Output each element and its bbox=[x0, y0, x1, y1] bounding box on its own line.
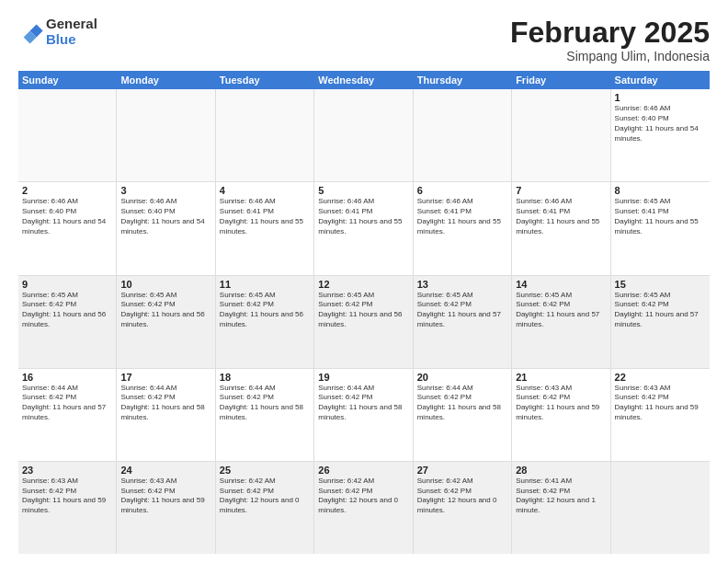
day-info: Sunrise: 6:44 AM Sunset: 6:42 PM Dayligh… bbox=[220, 384, 310, 423]
title-block: February 2025 Simpang Ulim, Indonesia bbox=[510, 17, 710, 63]
day-info: Sunrise: 6:46 AM Sunset: 6:41 PM Dayligh… bbox=[220, 197, 310, 236]
calendar-cell: 2Sunrise: 6:46 AM Sunset: 6:40 PM Daylig… bbox=[18, 182, 117, 274]
day-number: 11 bbox=[220, 279, 310, 290]
day-number: 4 bbox=[220, 185, 310, 196]
day-number: 12 bbox=[318, 279, 408, 290]
calendar-cell bbox=[512, 89, 610, 181]
day-info: Sunrise: 6:44 AM Sunset: 6:42 PM Dayligh… bbox=[318, 384, 408, 423]
day-info: Sunrise: 6:46 AM Sunset: 6:41 PM Dayligh… bbox=[516, 197, 606, 236]
day-info: Sunrise: 6:45 AM Sunset: 6:41 PM Dayligh… bbox=[615, 197, 706, 236]
day-number: 13 bbox=[417, 279, 507, 290]
day-info: Sunrise: 6:45 AM Sunset: 6:42 PM Dayligh… bbox=[120, 291, 210, 330]
calendar-row-5: 23Sunrise: 6:43 AM Sunset: 6:42 PM Dayli… bbox=[18, 462, 710, 554]
header-day-thursday: Thursday bbox=[414, 71, 512, 89]
day-info: Sunrise: 6:45 AM Sunset: 6:42 PM Dayligh… bbox=[516, 291, 606, 330]
calendar-cell: 3Sunrise: 6:46 AM Sunset: 6:40 PM Daylig… bbox=[117, 182, 215, 274]
day-number: 27 bbox=[417, 465, 507, 476]
calendar-row-2: 2Sunrise: 6:46 AM Sunset: 6:40 PM Daylig… bbox=[18, 182, 710, 275]
calendar-cell bbox=[314, 89, 413, 181]
calendar-cell: 26Sunrise: 6:42 AM Sunset: 6:42 PM Dayli… bbox=[314, 462, 413, 554]
main-title: February 2025 bbox=[510, 17, 710, 49]
calendar-row-1: 1Sunrise: 6:46 AM Sunset: 6:40 PM Daylig… bbox=[18, 89, 710, 182]
calendar-cell: 12Sunrise: 6:45 AM Sunset: 6:42 PM Dayli… bbox=[314, 276, 413, 368]
calendar-cell: 23Sunrise: 6:43 AM Sunset: 6:42 PM Dayli… bbox=[18, 462, 117, 554]
calendar-cell: 14Sunrise: 6:45 AM Sunset: 6:42 PM Dayli… bbox=[512, 276, 610, 368]
calendar-cell: 7Sunrise: 6:46 AM Sunset: 6:41 PM Daylig… bbox=[512, 182, 610, 274]
day-number: 7 bbox=[516, 185, 606, 196]
day-number: 28 bbox=[516, 465, 606, 476]
day-info: Sunrise: 6:42 AM Sunset: 6:42 PM Dayligh… bbox=[220, 477, 310, 516]
day-number: 24 bbox=[120, 465, 210, 476]
day-number: 8 bbox=[615, 185, 706, 196]
header-day-wednesday: Wednesday bbox=[314, 71, 413, 89]
calendar-cell: 20Sunrise: 6:44 AM Sunset: 6:42 PM Dayli… bbox=[414, 369, 512, 461]
subtitle: Simpang Ulim, Indonesia bbox=[510, 49, 710, 63]
header-day-sunday: Sunday bbox=[18, 71, 117, 89]
calendar-cell: 11Sunrise: 6:45 AM Sunset: 6:42 PM Dayli… bbox=[216, 276, 314, 368]
calendar-cell: 22Sunrise: 6:43 AM Sunset: 6:42 PM Dayli… bbox=[611, 369, 710, 461]
calendar-cell bbox=[216, 89, 314, 181]
day-number: 25 bbox=[220, 465, 310, 476]
calendar-row-4: 16Sunrise: 6:44 AM Sunset: 6:42 PM Dayli… bbox=[18, 369, 710, 462]
day-number: 5 bbox=[318, 185, 408, 196]
day-number: 2 bbox=[22, 185, 112, 196]
day-number: 23 bbox=[22, 465, 112, 476]
day-number: 10 bbox=[120, 279, 210, 290]
day-info: Sunrise: 6:46 AM Sunset: 6:40 PM Dayligh… bbox=[615, 104, 706, 144]
calendar-cell: 9Sunrise: 6:45 AM Sunset: 6:42 PM Daylig… bbox=[18, 276, 117, 368]
day-info: Sunrise: 6:44 AM Sunset: 6:42 PM Dayligh… bbox=[22, 384, 112, 423]
calendar-cell: 21Sunrise: 6:43 AM Sunset: 6:42 PM Dayli… bbox=[512, 369, 610, 461]
day-number: 18 bbox=[220, 372, 310, 383]
calendar-cell: 4Sunrise: 6:46 AM Sunset: 6:41 PM Daylig… bbox=[216, 182, 314, 274]
calendar-cell bbox=[18, 89, 117, 181]
day-info: Sunrise: 6:43 AM Sunset: 6:42 PM Dayligh… bbox=[516, 384, 606, 423]
day-number: 17 bbox=[120, 372, 210, 383]
calendar-cell: 15Sunrise: 6:45 AM Sunset: 6:42 PM Dayli… bbox=[611, 276, 710, 368]
logo-general-text: General bbox=[46, 16, 97, 31]
logo-text: General Blue bbox=[46, 17, 97, 47]
day-info: Sunrise: 6:42 AM Sunset: 6:42 PM Dayligh… bbox=[417, 477, 507, 516]
calendar-cell: 24Sunrise: 6:43 AM Sunset: 6:42 PM Dayli… bbox=[117, 462, 215, 554]
calendar-row-3: 9Sunrise: 6:45 AM Sunset: 6:42 PM Daylig… bbox=[18, 276, 710, 369]
day-number: 3 bbox=[120, 185, 210, 196]
calendar-cell: 19Sunrise: 6:44 AM Sunset: 6:42 PM Dayli… bbox=[314, 369, 413, 461]
calendar-body: 1Sunrise: 6:46 AM Sunset: 6:40 PM Daylig… bbox=[18, 89, 710, 554]
day-number: 20 bbox=[417, 372, 507, 383]
day-info: Sunrise: 6:45 AM Sunset: 6:42 PM Dayligh… bbox=[318, 291, 408, 330]
header: General Blue February 2025 Simpang Ulim,… bbox=[18, 17, 710, 63]
day-info: Sunrise: 6:45 AM Sunset: 6:42 PM Dayligh… bbox=[417, 291, 507, 330]
calendar-cell: 10Sunrise: 6:45 AM Sunset: 6:42 PM Dayli… bbox=[117, 276, 215, 368]
day-info: Sunrise: 6:44 AM Sunset: 6:42 PM Dayligh… bbox=[120, 384, 210, 423]
calendar-cell bbox=[414, 89, 512, 181]
calendar-cell: 25Sunrise: 6:42 AM Sunset: 6:42 PM Dayli… bbox=[216, 462, 314, 554]
day-number: 9 bbox=[22, 279, 112, 290]
day-info: Sunrise: 6:41 AM Sunset: 6:42 PM Dayligh… bbox=[516, 477, 606, 516]
calendar: SundayMondayTuesdayWednesdayThursdayFrid… bbox=[18, 71, 710, 554]
day-info: Sunrise: 6:45 AM Sunset: 6:42 PM Dayligh… bbox=[615, 291, 706, 330]
calendar-cell: 8Sunrise: 6:45 AM Sunset: 6:41 PM Daylig… bbox=[611, 182, 710, 274]
calendar-header: SundayMondayTuesdayWednesdayThursdayFrid… bbox=[18, 71, 710, 89]
day-number: 15 bbox=[615, 279, 706, 290]
day-info: Sunrise: 6:46 AM Sunset: 6:40 PM Dayligh… bbox=[22, 197, 112, 236]
header-day-monday: Monday bbox=[117, 71, 215, 89]
day-number: 1 bbox=[615, 92, 706, 103]
day-info: Sunrise: 6:45 AM Sunset: 6:42 PM Dayligh… bbox=[220, 291, 310, 330]
calendar-cell: 18Sunrise: 6:44 AM Sunset: 6:42 PM Dayli… bbox=[216, 369, 314, 461]
day-info: Sunrise: 6:42 AM Sunset: 6:42 PM Dayligh… bbox=[318, 477, 408, 516]
day-info: Sunrise: 6:43 AM Sunset: 6:42 PM Dayligh… bbox=[120, 477, 210, 516]
calendar-cell: 5Sunrise: 6:46 AM Sunset: 6:41 PM Daylig… bbox=[314, 182, 413, 274]
day-number: 6 bbox=[417, 185, 507, 196]
calendar-cell: 1Sunrise: 6:46 AM Sunset: 6:40 PM Daylig… bbox=[611, 89, 710, 181]
day-number: 19 bbox=[318, 372, 408, 383]
calendar-cell bbox=[117, 89, 215, 181]
calendar-cell: 13Sunrise: 6:45 AM Sunset: 6:42 PM Dayli… bbox=[414, 276, 512, 368]
day-info: Sunrise: 6:45 AM Sunset: 6:42 PM Dayligh… bbox=[22, 291, 112, 330]
day-number: 26 bbox=[318, 465, 408, 476]
logo: General Blue bbox=[18, 17, 97, 47]
day-number: 14 bbox=[516, 279, 606, 290]
day-number: 16 bbox=[22, 372, 112, 383]
day-number: 22 bbox=[615, 372, 706, 383]
calendar-cell: 17Sunrise: 6:44 AM Sunset: 6:42 PM Dayli… bbox=[117, 369, 215, 461]
header-day-saturday: Saturday bbox=[611, 71, 710, 89]
day-info: Sunrise: 6:46 AM Sunset: 6:41 PM Dayligh… bbox=[318, 197, 408, 236]
